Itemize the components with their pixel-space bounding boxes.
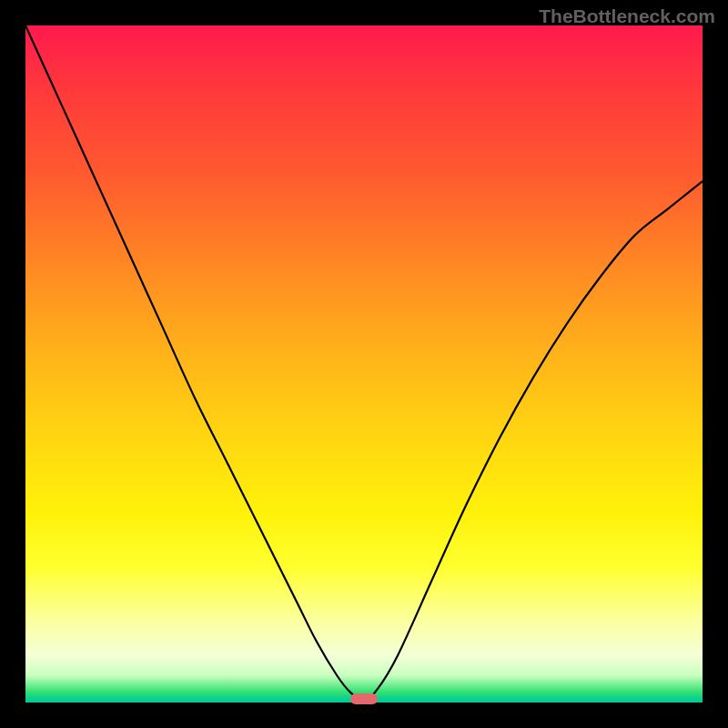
chart-curve-svg — [25, 25, 703, 703]
chart-plot-area — [25, 25, 703, 703]
watermark-text: TheBottleneck.com — [539, 5, 715, 27]
optimal-marker — [350, 693, 378, 704]
bottleneck-curve-path — [25, 25, 703, 701]
